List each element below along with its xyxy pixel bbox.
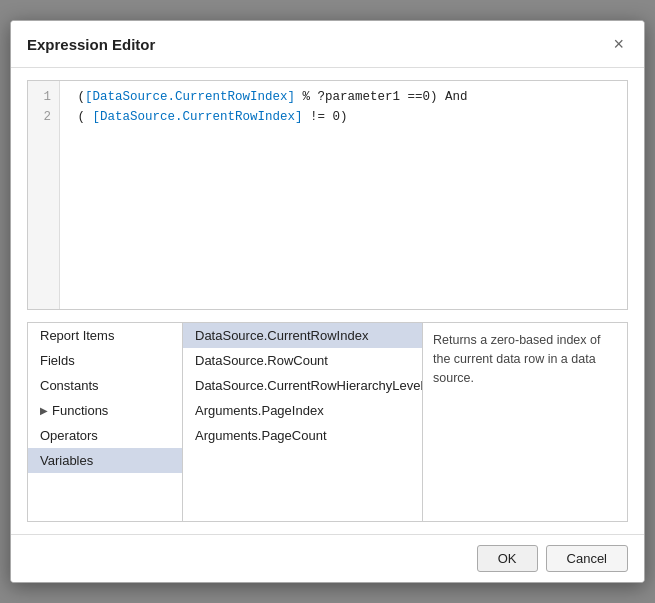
variables-label: Variables	[40, 453, 93, 468]
code-content[interactable]: ([DataSource.CurrentRowIndex] % ?paramet…	[60, 81, 478, 309]
functions-arrow-icon: ▶	[40, 405, 48, 416]
description-text: Returns a zero-based index of the curren…	[433, 333, 600, 385]
report-items-label: Report Items	[40, 328, 114, 343]
sidebar-item-variables[interactable]: Variables	[28, 448, 182, 473]
close-button[interactable]: ×	[609, 33, 628, 55]
expression-editor-dialog: Expression Editor × 1 2 ([DataSource.Cur…	[10, 20, 645, 583]
middle-item-current-row-index[interactable]: DataSource.CurrentRowIndex	[183, 323, 422, 348]
middle-item-page-count[interactable]: Arguments.PageCount	[183, 423, 422, 448]
sidebar-item-constants[interactable]: Constants	[28, 373, 182, 398]
constants-label: Constants	[40, 378, 99, 393]
dialog-title: Expression Editor	[27, 36, 155, 53]
expression-editor-area[interactable]: 1 2 ([DataSource.CurrentRowIndex] % ?par…	[27, 80, 628, 310]
panel-middle: DataSource.CurrentRowIndex DataSource.Ro…	[183, 323, 423, 521]
ok-button[interactable]: OK	[477, 545, 538, 572]
panels-container: Report Items Fields Constants ▶ Function…	[27, 322, 628, 522]
sidebar-item-operators[interactable]: Operators	[28, 423, 182, 448]
operators-label: Operators	[40, 428, 98, 443]
sidebar-item-report-items[interactable]: Report Items	[28, 323, 182, 348]
sidebar-item-functions[interactable]: ▶ Functions	[28, 398, 182, 423]
dialog-footer: OK Cancel	[11, 534, 644, 582]
middle-item-page-index[interactable]: Arguments.PageIndex	[183, 398, 422, 423]
dialog-titlebar: Expression Editor ×	[11, 21, 644, 68]
sidebar-item-fields[interactable]: Fields	[28, 348, 182, 373]
cancel-button[interactable]: Cancel	[546, 545, 628, 572]
middle-item-hierarchy-level[interactable]: DataSource.CurrentRowHierarchyLevel	[183, 373, 422, 398]
panel-left: Report Items Fields Constants ▶ Function…	[28, 323, 183, 521]
panel-right: Returns a zero-based index of the curren…	[423, 323, 627, 521]
functions-label: Functions	[52, 403, 108, 418]
fields-label: Fields	[40, 353, 75, 368]
middle-item-row-count[interactable]: DataSource.RowCount	[183, 348, 422, 373]
line-numbers: 1 2	[28, 81, 60, 309]
